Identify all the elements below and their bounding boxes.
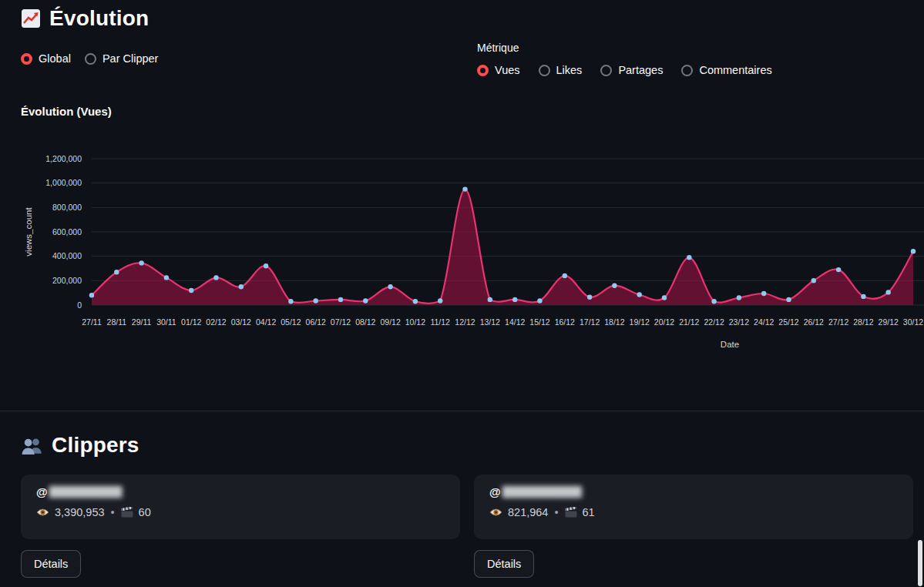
data-point-marker[interactable]	[189, 288, 193, 293]
data-point-marker[interactable]	[612, 283, 617, 288]
x-tick-label: 29/11	[132, 317, 152, 327]
eye-icon	[36, 508, 49, 517]
x-tick-label: 08/12	[355, 317, 375, 327]
metric-label: Métrique	[477, 42, 772, 54]
y-tick-label: 200,000	[52, 276, 82, 285]
clips-count: 60	[139, 506, 151, 518]
scrollbar-thumb[interactable]	[918, 540, 922, 586]
radio-partages[interactable]: Partages	[600, 64, 663, 76]
x-tick-label: 04/12	[256, 317, 276, 327]
data-point-marker[interactable]	[687, 255, 691, 260]
x-tick-label: 30/11	[156, 317, 176, 327]
y-tick-label: 0	[77, 300, 82, 310]
radio-vues[interactable]: Vues	[477, 64, 520, 76]
x-axis-title: Date	[721, 340, 739, 349]
data-point-marker[interactable]	[886, 290, 891, 294]
data-point-marker[interactable]	[537, 298, 542, 303]
details-buttons-row: Détails Détails	[21, 550, 913, 578]
radio-label: Partages	[618, 64, 663, 76]
radio-commentaires[interactable]: Commentaires	[681, 64, 771, 76]
x-tick-label: 07/12	[331, 317, 351, 327]
radio-unselected-icon	[681, 65, 693, 76]
x-tick-label: 03/12	[231, 317, 251, 327]
data-point-marker[interactable]	[512, 297, 517, 302]
radio-label: Vues	[495, 64, 520, 76]
x-tick-label: 01/12	[181, 317, 201, 327]
clipper-stats: 821,964 • 61	[489, 506, 898, 518]
people-icon	[21, 436, 43, 455]
page-title-text: Évolution	[49, 6, 149, 31]
x-tick-label: 28/12	[853, 317, 873, 327]
data-point-marker[interactable]	[164, 275, 169, 280]
y-tick-label: 800,000	[52, 203, 82, 212]
x-tick-label: 29/12	[879, 317, 899, 327]
radio-global[interactable]: Global	[21, 52, 71, 65]
view-mode-radiogroup: Global Par Clipper	[21, 52, 158, 65]
page-title: Évolution	[21, 6, 924, 31]
data-point-marker[interactable]	[462, 186, 467, 191]
data-point-marker[interactable]	[587, 295, 592, 300]
data-point-marker[interactable]	[139, 260, 143, 265]
data-point-marker[interactable]	[89, 293, 94, 297]
chart-title: Évolution (Vues)	[21, 105, 924, 118]
x-tick-label: 02/12	[206, 317, 226, 327]
data-point-marker[interactable]	[213, 275, 218, 280]
y-tick-label: 400,000	[52, 251, 82, 260]
radio-likes[interactable]: Likes	[539, 64, 583, 76]
clipper-card: @███████████ 3,390,953 •	[21, 475, 460, 539]
clippers-title-text: Clippers	[52, 433, 139, 458]
data-point-marker[interactable]	[711, 299, 716, 304]
x-tick-label: 05/12	[281, 317, 301, 327]
data-point-marker[interactable]	[861, 294, 865, 299]
details-button[interactable]: Détails	[474, 550, 534, 578]
data-point-marker[interactable]	[488, 297, 492, 302]
data-point-marker[interactable]	[314, 298, 318, 303]
data-point-marker[interactable]	[637, 292, 642, 297]
data-point-marker[interactable]	[563, 273, 567, 278]
x-tick-label: 16/12	[555, 317, 575, 327]
handle-at: @	[36, 486, 48, 498]
clapper-icon	[121, 507, 133, 518]
data-point-marker[interactable]	[388, 284, 392, 289]
clapper-icon	[565, 507, 577, 518]
x-tick-label: 14/12	[505, 317, 525, 327]
controls-row: Global Par Clipper Métrique Vues Likes P…	[0, 42, 924, 89]
x-tick-label: 11/12	[430, 317, 450, 327]
clippers-cards-row: @███████████ 3,390,953 •	[21, 475, 913, 539]
data-point-marker[interactable]	[786, 297, 791, 302]
x-tick-label: 28/11	[107, 317, 127, 327]
eye-icon	[489, 508, 502, 517]
data-point-marker[interactable]	[413, 299, 418, 304]
data-point-marker[interactable]	[239, 284, 244, 289]
data-point-marker[interactable]	[911, 249, 916, 253]
x-tick-label: 27/11	[82, 317, 102, 327]
handle-masked: ███████████	[49, 487, 121, 497]
x-tick-label: 24/12	[754, 317, 774, 327]
data-point-marker[interactable]	[761, 291, 766, 296]
radio-selected-icon	[21, 53, 32, 65]
x-tick-label: 09/12	[380, 317, 400, 327]
x-tick-label: 25/12	[778, 317, 798, 327]
x-tick-label: 15/12	[529, 317, 549, 327]
data-point-marker[interactable]	[264, 263, 268, 268]
data-point-marker[interactable]	[288, 299, 293, 304]
data-point-marker[interactable]	[737, 295, 741, 300]
series-area	[92, 190, 913, 305]
radio-par-clipper[interactable]: Par Clipper	[85, 52, 159, 65]
data-point-marker[interactable]	[836, 267, 841, 272]
section-divider	[0, 411, 924, 411]
radio-label: Commentaires	[699, 64, 771, 76]
data-point-marker[interactable]	[363, 298, 368, 303]
views-count: 821,964	[508, 506, 548, 518]
details-button[interactable]: Détails	[21, 550, 81, 578]
data-point-marker[interactable]	[811, 278, 816, 283]
evolution-chart[interactable]: 0200,000400,000600,000800,0001,000,0001,…	[21, 139, 924, 364]
x-tick-label: 30/12	[903, 317, 923, 327]
metric-radiogroup: Métrique Vues Likes Partages Commentaire…	[477, 42, 772, 76]
data-point-marker[interactable]	[438, 298, 442, 303]
data-point-marker[interactable]	[338, 297, 343, 302]
x-tick-label: 22/12	[704, 317, 724, 327]
clipper-card: @████████████ 821,964 •	[474, 475, 913, 539]
data-point-marker[interactable]	[662, 295, 667, 300]
data-point-marker[interactable]	[114, 270, 119, 274]
